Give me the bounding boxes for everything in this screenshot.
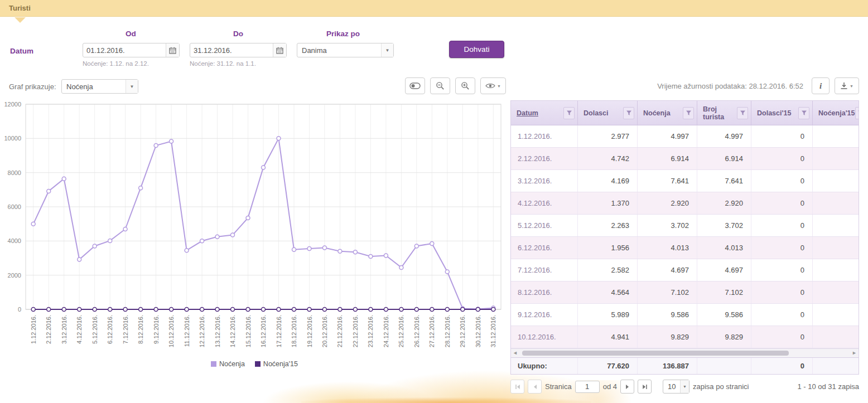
svg-text:23.12.2016.: 23.12.2016. [367, 315, 374, 347]
column-header-datum[interactable]: Datum [511, 101, 578, 125]
prev-page-button[interactable] [528, 380, 542, 394]
table-header-row: DatumDolasciNoćenjaBroj turistaDolasci'1… [511, 101, 859, 125]
svg-text:16.12.2016.: 16.12.2016. [260, 315, 267, 347]
svg-text:18.12.2016.: 18.12.2016. [291, 315, 297, 347]
table-row[interactable]: 2.12.2016.4.7426.9146.9140 [511, 148, 859, 170]
toggle-view-button[interactable] [405, 77, 425, 94]
last-page-icon [642, 384, 648, 390]
table-row[interactable]: 10.12.2016.4.9419.8299.8290 [511, 326, 859, 348]
calendar-icon[interactable] [273, 43, 286, 57]
table-cell: 6.914 [697, 148, 751, 169]
legend-item[interactable]: Noćenja [211, 360, 245, 368]
od-note: Noćenje: 1.12. na 2.12. [83, 60, 149, 67]
dohvati-button[interactable]: Dohvati [449, 41, 504, 58]
table-cell: 4.697 [638, 259, 697, 281]
first-page-button[interactable] [510, 380, 524, 394]
table-cell: 0 [751, 304, 813, 326]
horizontal-scrollbar[interactable]: ◄ ► [511, 348, 859, 357]
table-cell: 2.12.2016. [511, 148, 578, 169]
page-number-input[interactable] [575, 381, 600, 393]
legend-swatch [255, 361, 261, 367]
svg-text:30.12.2016.: 30.12.2016. [475, 315, 481, 347]
svg-text:3.12.2016.: 3.12.2016. [61, 315, 67, 344]
legend-item[interactable]: Noćenja'15 [255, 360, 298, 368]
table-row[interactable]: 4.12.2016.1.3702.9202.9200 [511, 192, 859, 215]
do-date-input[interactable] [190, 46, 273, 55]
chevron-down-icon: ▼ [381, 43, 393, 57]
table-row[interactable]: 7.12.2016.2.5824.6974.6970 [511, 259, 859, 281]
table-cell: 4.941 [578, 326, 638, 348]
scroll-left-icon[interactable]: ◄ [513, 350, 518, 356]
table-cell: 9.586 [638, 304, 697, 326]
svg-text:28.12.2016.: 28.12.2016. [444, 315, 451, 347]
graf-select[interactable]: Noćenja ▼ [61, 79, 138, 94]
do-datepicker [190, 43, 287, 57]
table-cell: 3.12.2016. [511, 170, 578, 192]
total-label: Ukupno: [511, 358, 578, 374]
column-header-no-enja-15[interactable]: Noćenja'15 [813, 101, 859, 125]
filter-icon[interactable] [563, 107, 575, 119]
table-cell: 2.920 [638, 192, 697, 214]
svg-text:21.12.2016.: 21.12.2016. [336, 315, 343, 347]
table-row[interactable]: 6.12.2016.1.9564.0134.0130 [511, 237, 859, 259]
od-datepicker [83, 43, 180, 57]
svg-text:19.12.2016.: 19.12.2016. [306, 315, 313, 347]
prikaz-po-select[interactable]: Danima ▼ [297, 43, 394, 57]
zoom-out-button[interactable] [430, 77, 450, 94]
table-cell: 4.564 [578, 281, 638, 303]
total-cell [813, 358, 859, 374]
table-cell: 7.641 [697, 170, 751, 192]
svg-text:24.12.2016.: 24.12.2016. [383, 315, 389, 347]
nocenja-line-chart[interactable]: 0200040006000800010000120001.12.2016.2.1… [0, 102, 509, 358]
table-row[interactable]: 8.12.2016.4.5647.1027.1020 [511, 281, 859, 304]
visibility-menu-button[interactable]: ▼ [480, 77, 506, 94]
table-cell: 9.586 [697, 304, 751, 326]
last-page-button[interactable] [638, 380, 652, 394]
od-date-input[interactable] [83, 46, 166, 55]
filter-icon[interactable] [855, 107, 859, 119]
svg-text:8.12.2016.: 8.12.2016. [137, 315, 144, 344]
column-header-label: Noćenja [643, 109, 671, 117]
table-cell: 0 [751, 148, 813, 169]
table-cell: 4.697 [697, 259, 751, 281]
svg-text:12.12.2016.: 12.12.2016. [199, 315, 205, 347]
filter-icon[interactable] [798, 107, 809, 119]
table-row[interactable]: 9.12.2016.5.9899.5869.5860 [511, 304, 859, 326]
tab-turisti[interactable]: Turisti [9, 4, 31, 12]
column-header-dolasci[interactable]: Dolasci [578, 101, 638, 125]
zoom-in-button[interactable] [455, 77, 475, 94]
table-cell: 4.013 [638, 237, 697, 259]
column-header-no-enja[interactable]: Noćenja [638, 101, 697, 125]
column-header-dolasci-15[interactable]: Dolasci'15 [751, 101, 813, 125]
table-row[interactable]: 1.12.2016.2.9774.9974.9970 [511, 125, 859, 148]
calendar-icon[interactable] [166, 43, 179, 57]
table-cell: 2.977 [578, 125, 638, 147]
info-button[interactable]: i [812, 77, 830, 94]
table-cell: 2.582 [578, 259, 638, 281]
table-row[interactable]: 5.12.2016.2.2633.7023.7020 [511, 215, 859, 237]
svg-text:15.12.2016.: 15.12.2016. [245, 315, 252, 347]
column-header-label: Dolasci [584, 109, 608, 117]
table-cell [813, 192, 859, 214]
column-header-broj-turista[interactable]: Broj turista [697, 101, 751, 125]
filter-icon[interactable] [623, 107, 634, 119]
scrollbar-thumb[interactable] [522, 351, 789, 356]
table-row[interactable]: 3.12.2016.4.1697.6417.6410 [511, 170, 859, 192]
pagination: Stranica od 4 10 ▼ zapisa po stranici 1 … [510, 380, 859, 394]
table-cell: 4.742 [578, 148, 638, 169]
table-cell: 1.12.2016. [511, 125, 578, 147]
export-button[interactable]: ▼ [835, 77, 859, 94]
graf-prikazuje-label: Graf prikazuje: [9, 82, 56, 91]
column-header-label: Broj turista [703, 105, 737, 121]
scroll-right-icon[interactable]: ► [852, 350, 857, 356]
table-cell: 4.997 [638, 125, 697, 147]
svg-text:26.12.2016.: 26.12.2016. [413, 315, 420, 347]
updated-text: Vrijeme ažurnosti podataka: 28.12.2016. … [657, 82, 803, 90]
filter-icon[interactable] [683, 107, 694, 119]
next-page-button[interactable] [620, 380, 634, 394]
filter-icon[interactable] [737, 107, 748, 119]
page-size-label: zapisa po stranici [693, 382, 749, 391]
svg-text:10.12.2016.: 10.12.2016. [168, 315, 175, 347]
page-size-select[interactable]: 10 ▼ [663, 380, 689, 394]
next-page-icon [625, 384, 630, 390]
